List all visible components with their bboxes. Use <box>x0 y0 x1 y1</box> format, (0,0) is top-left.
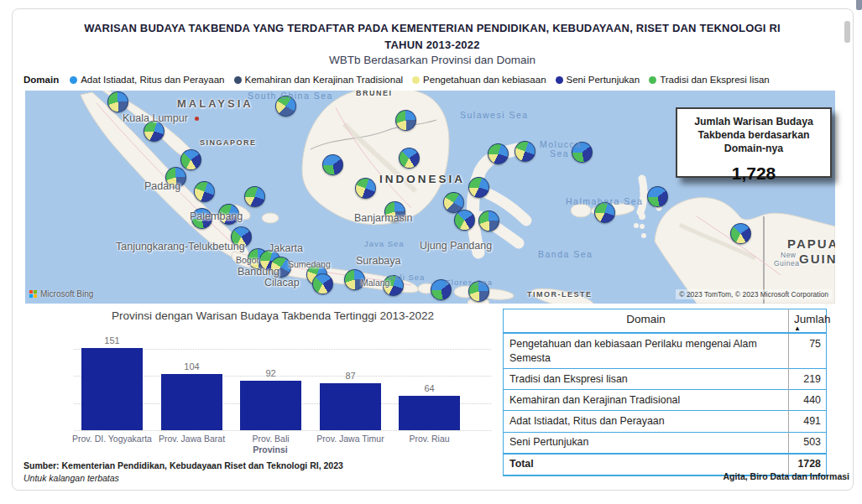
pie-marker[interactable] <box>730 223 751 244</box>
bar[interactable] <box>81 348 143 430</box>
pie-marker[interactable] <box>384 201 405 222</box>
pie-marker[interactable] <box>191 208 212 229</box>
pie-marker[interactable] <box>399 148 420 169</box>
pie-marker[interactable] <box>312 273 333 294</box>
pie-marker[interactable] <box>144 121 165 142</box>
jumlah-cell: 75 <box>789 333 827 369</box>
legend-color-dot <box>649 76 656 84</box>
jumlah-cell: 503 <box>789 432 827 454</box>
footer-note: Untuk kalangan terbatas <box>24 473 119 483</box>
bing-logo[interactable]: Microsoft Bing <box>29 289 93 299</box>
pie-marker[interactable] <box>218 204 239 225</box>
pie-marker[interactable] <box>275 96 296 117</box>
bar[interactable] <box>240 381 301 430</box>
bar[interactable] <box>320 383 381 430</box>
legend-item[interactable]: Kemahiran dan Kerajinan Tradisional <box>234 75 404 85</box>
gridline <box>74 430 491 431</box>
total-callout: Jumlah Warisan Budaya Takbenda berdasark… <box>676 107 832 178</box>
legend-item[interactable]: Tradisi dan Ekspresi lisan <box>649 75 770 85</box>
bar-category-label: Prov. Riau <box>379 434 480 444</box>
jumlah-cell: 440 <box>789 390 827 411</box>
legend-color-dot <box>234 76 242 84</box>
bar[interactable] <box>399 396 460 430</box>
legend-title: Domain <box>24 75 59 85</box>
pie-marker[interactable] <box>395 110 416 131</box>
domain-legend: Domain Adat Istiadat, Ritus dan Perayaan… <box>24 73 770 86</box>
legend-item[interactable]: Seni Pertunjukan <box>556 75 640 85</box>
pie-marker[interactable] <box>468 281 489 302</box>
domain-table: Domain Jumlah ▲ Pengetahuan dan kebiasaa… <box>503 309 827 476</box>
legend-item-label: Seni Pertunjukan <box>567 75 640 85</box>
table-header-row: Domain Jumlah ▲ <box>504 309 827 334</box>
pie-marker[interactable] <box>515 141 535 162</box>
pie-marker[interactable] <box>572 142 593 163</box>
pie-marker[interactable] <box>478 210 499 231</box>
footer-author: Agita, Biro Data dan Informasi <box>588 471 849 481</box>
legend-item-label: Tradisi dan Ekspresi lisan <box>660 75 770 85</box>
total-callout-title: Jumlah Warisan Budaya Takbenda berdasark… <box>677 116 830 156</box>
legend-item-label: Kemahiran dan Kerajinan Tradisional <box>245 75 404 85</box>
table-row[interactable]: Tradisi dan Ekspresi lisan219 <box>504 369 827 390</box>
legend-item[interactable]: Pengetahuan dan kebiasaan <box>412 75 546 85</box>
vertical-scrollbar-thumb[interactable] <box>844 21 850 43</box>
bing-logo-label: Microsoft Bing <box>40 289 93 299</box>
pie-marker[interactable] <box>594 202 615 223</box>
table-row[interactable]: Pengetahuan dan kebiasaan Perilaku menge… <box>504 333 827 369</box>
domain-cell: Pengetahuan dan kebiasaan Perilaku menge… <box>504 333 789 369</box>
jumlah-cell: 219 <box>789 369 827 390</box>
column-header-jumlah[interactable]: Jumlah ▲ <box>789 309 827 334</box>
pie-marker[interactable] <box>431 279 452 300</box>
pie-marker[interactable] <box>231 226 252 247</box>
pie-marker[interactable] <box>488 143 509 164</box>
pie-marker[interactable] <box>383 275 404 296</box>
dashboard-page: WARISAN BUDAYA TAKBENDA YANG TERDAFTAR P… <box>0 0 862 504</box>
pie-marker[interactable] <box>468 177 489 198</box>
bar-value-label: 64 <box>396 383 463 393</box>
bar-chart-xaxis-title: Provinsi <box>237 444 304 455</box>
legend-item-label: Pengetahuan dan kebiasaan <box>423 75 546 85</box>
pie-marker[interactable] <box>107 91 128 112</box>
table-row[interactable]: Seni Pertunjukan503 <box>504 432 827 454</box>
domain-cell: Kemahiran dan Kerajinan Tradisional <box>504 390 789 411</box>
table-row[interactable]: Kemahiran dan Kerajinan Tradisional440 <box>504 390 827 411</box>
page-title: WARISAN BUDAYA TAKBENDA YANG TERDAFTAR P… <box>76 20 789 54</box>
bar-value-label: 151 <box>79 335 146 346</box>
microsoft-logo-icon <box>29 290 37 298</box>
legend-item[interactable]: Adat Istiadat, Ritus dan Perayaan <box>70 75 224 85</box>
sort-ascending-icon: ▲ <box>794 326 821 331</box>
page-title-line2: TAHUN 2013-2022 <box>384 39 479 51</box>
legend-items: Adat Istiadat, Ritus dan PerayaanKemahir… <box>70 75 770 85</box>
pie-marker[interactable] <box>180 149 201 170</box>
window-scrollbar-remnant <box>856 0 862 10</box>
legend-color-dot <box>412 76 420 84</box>
page-subtitle: WBTb Berdasarkan Provinsi dan Domain <box>243 54 621 66</box>
pie-marker[interactable] <box>270 257 291 278</box>
pie-marker[interactable] <box>355 178 376 199</box>
bar-value-label: 87 <box>317 371 384 381</box>
map-attribution: © 2023 TomTom, © 2023 Microsoft Corporat… <box>676 289 832 299</box>
bar-value-label: 92 <box>238 368 305 378</box>
legend-color-dot <box>556 76 563 84</box>
page-title-line1: WARISAN BUDAYA TAKBENDA YANG TERDAFTAR P… <box>84 22 781 34</box>
bar[interactable] <box>161 374 222 430</box>
footer-source: Sumber: Kementerian Pendidikan, Kebudaya… <box>24 460 343 470</box>
pie-marker[interactable] <box>454 210 475 231</box>
jumlah-cell: 491 <box>789 411 827 432</box>
pie-marker[interactable] <box>322 154 343 175</box>
domain-cell: Seni Pertunjukan <box>504 432 789 454</box>
capital-dot <box>195 117 199 121</box>
bar-chart-title: Provinsi dengan Warisan Budaya Takbenda … <box>67 309 478 322</box>
pie-marker[interactable] <box>194 181 215 202</box>
legend-color-dot <box>70 76 77 84</box>
pie-marker[interactable] <box>165 167 186 188</box>
domain-cell: Adat Istiadat, Ritus dan Perayaan <box>504 411 789 432</box>
bar-value-label: 104 <box>159 361 226 372</box>
pie-marker[interactable] <box>244 186 265 207</box>
pie-marker[interactable] <box>647 186 668 207</box>
pie-marker[interactable] <box>344 269 365 290</box>
total-callout-value: 1,728 <box>677 164 830 184</box>
column-header-domain[interactable]: Domain <box>504 309 789 334</box>
legend-item-label: Adat Istiadat, Ritus dan Perayaan <box>81 75 224 85</box>
table-row[interactable]: Adat Istiadat, Ritus dan Perayaan491 <box>504 411 827 432</box>
domain-cell: Tradisi dan Ekspresi lisan <box>504 369 789 390</box>
